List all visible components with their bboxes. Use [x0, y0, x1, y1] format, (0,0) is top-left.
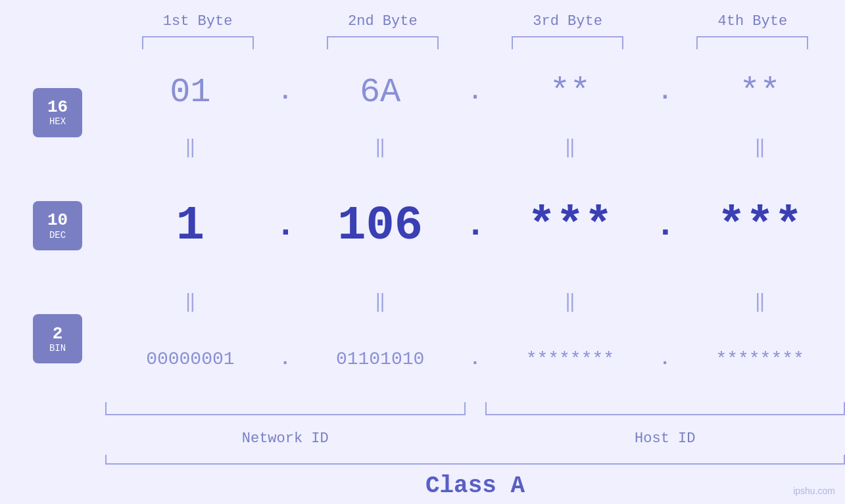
bin-byte1-cell: 00000001 — [105, 349, 276, 369]
hex-byte1-value: 01 — [170, 73, 210, 112]
byte4-header: 4th Byte — [660, 13, 845, 30]
hex-row: 01 . 6A . ** . ** — [105, 49, 845, 135]
host-id-label: Host ID — [485, 430, 846, 447]
content-area: 16 HEX 10 DEC 2 BIN 01 . — [0, 49, 845, 402]
dec-byte4-cell: *** — [675, 199, 845, 253]
hex-byte2-cell: 6A — [295, 73, 466, 112]
dec-row: 1 . 106 . *** . *** — [105, 162, 845, 290]
class-label: Class A — [425, 472, 525, 499]
hex-byte1-cell: 01 — [105, 73, 276, 112]
hex-byte4-cell: ** — [675, 73, 845, 112]
bin-byte2-cell: 01101010 — [295, 349, 466, 369]
hex-byte2-value: 6A — [360, 73, 400, 112]
equals-inner-1: ‖ ‖ ‖ ‖ — [105, 139, 845, 158]
bracket-cell-2 — [290, 36, 475, 49]
top-brackets-row — [105, 36, 845, 49]
dec-dot1: . — [276, 206, 295, 245]
dec-byte2-value: 106 — [337, 199, 423, 253]
top-bracket-1 — [142, 36, 254, 49]
equals-row-1: ‖ ‖ ‖ ‖ — [105, 135, 845, 162]
host-id-bracket — [485, 402, 846, 415]
dec-row-inner: 1 . 106 . *** . *** — [105, 199, 845, 253]
bracket-cell-1 — [105, 36, 290, 49]
bin-badge-label: BIN — [49, 343, 66, 354]
dec-byte2-cell: 106 — [295, 199, 466, 253]
hex-badge-label: HEX — [49, 116, 66, 127]
top-bracket-3 — [512, 36, 623, 49]
bin-byte4-cell: ******** — [675, 349, 845, 369]
big-bottom-bracket — [105, 455, 845, 465]
top-bracket-4 — [696, 36, 808, 49]
dec-badge-number: 10 — [47, 211, 68, 230]
bin-row: 00000001 . 01101010 . ******** . *******… — [105, 316, 845, 402]
bin-byte2-value: 01101010 — [336, 349, 424, 369]
hex-row-inner: 01 . 6A . ** . ** — [105, 73, 845, 112]
main-container: 1st Byte 2nd Byte 3rd Byte 4th Byte 16 H… — [0, 0, 845, 504]
dec-byte3-cell: *** — [485, 199, 656, 253]
byte3-header: 3rd Byte — [475, 13, 660, 30]
bin-row-inner: 00000001 . 01101010 . ******** . *******… — [105, 349, 845, 369]
eq1-byte3: ‖ — [485, 139, 656, 158]
bin-byte3-cell: ******** — [485, 349, 656, 369]
dec-byte3-value: *** — [527, 199, 613, 253]
top-bracket-2 — [327, 36, 439, 49]
eq1-byte1: ‖ — [105, 139, 276, 158]
dec-byte1-value: 1 — [176, 199, 205, 253]
dec-byte4-value: *** — [717, 199, 803, 253]
bin-dot2: . — [466, 349, 485, 369]
hex-badge-number: 16 — [47, 98, 68, 117]
dec-dot2: . — [466, 206, 485, 245]
dec-dot3: . — [655, 206, 675, 245]
eq2-byte1: ‖ — [105, 294, 276, 312]
dec-byte1-cell: 1 — [105, 199, 276, 253]
bin-byte1-value: 00000001 — [146, 349, 234, 369]
big-bottom-bracket-row — [105, 455, 845, 468]
hex-byte4-value: ** — [739, 73, 780, 112]
id-label-row: Network ID Host ID — [105, 422, 845, 455]
bin-byte3-value: ******** — [526, 349, 614, 369]
bin-badge-number: 2 — [53, 325, 63, 344]
bracket-cell-4 — [660, 36, 845, 49]
class-row: Class A — [105, 468, 845, 504]
hex-badge: 16 HEX — [33, 88, 82, 137]
equals-row-2: ‖ ‖ ‖ ‖ — [105, 290, 845, 316]
hex-dot2: . — [466, 79, 485, 106]
bracket-cell-3 — [475, 36, 660, 49]
equals-inner-2: ‖ ‖ ‖ ‖ — [105, 294, 845, 312]
bin-badge: 2 BIN — [33, 314, 82, 363]
bin-dot1: . — [276, 349, 295, 369]
byte-headers: 1st Byte 2nd Byte 3rd Byte 4th Byte — [105, 0, 845, 30]
values-area: 01 . 6A . ** . ** — [105, 49, 845, 402]
hex-byte3-value: ** — [550, 73, 591, 112]
byte2-header: 2nd Byte — [290, 13, 475, 30]
eq2-byte4: ‖ — [675, 294, 845, 312]
hex-dot3: . — [655, 79, 675, 106]
dec-badge-label: DEC — [49, 230, 66, 241]
dec-badge: 10 DEC — [33, 201, 82, 250]
hex-byte3-cell: ** — [485, 73, 656, 112]
hex-dot1: . — [276, 79, 295, 106]
eq2-byte2: ‖ — [295, 294, 466, 312]
eq1-byte4: ‖ — [675, 139, 845, 158]
bin-dot3: . — [655, 349, 675, 369]
watermark: ipshu.com — [793, 486, 835, 496]
badges-column: 16 HEX 10 DEC 2 BIN — [0, 49, 105, 402]
bottom-brackets-area — [105, 402, 845, 422]
network-id-bracket — [105, 402, 466, 415]
network-id-label: Network ID — [105, 430, 466, 447]
byte1-header: 1st Byte — [105, 13, 290, 30]
bin-byte4-value: ******** — [715, 349, 804, 369]
eq1-byte2: ‖ — [295, 139, 466, 158]
eq2-byte3: ‖ — [485, 294, 656, 312]
